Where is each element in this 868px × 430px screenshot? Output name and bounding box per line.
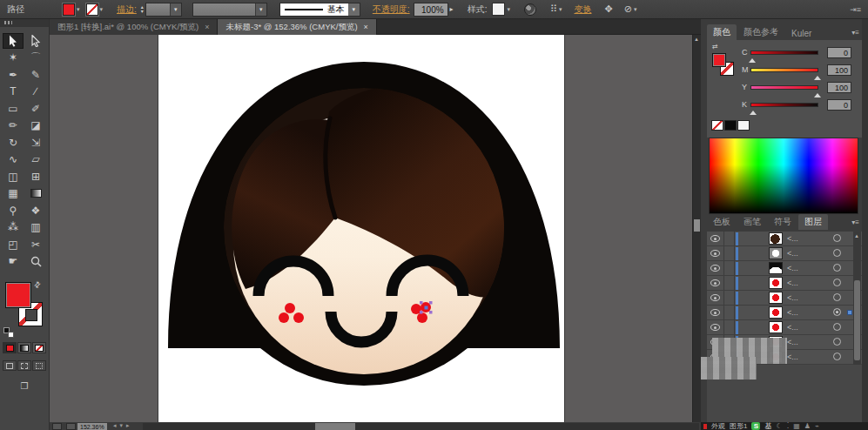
pen-tool[interactable]: ✒ — [3, 67, 24, 83]
ime-wrench-icon[interactable]: ⌁ — [815, 422, 819, 430]
swap-fill-stroke-icon[interactable]: ⇄ — [32, 279, 43, 290]
artboard-tool[interactable]: ◰ — [3, 237, 24, 252]
style-swatch[interactable] — [492, 3, 505, 16]
none-swatch[interactable] — [711, 120, 723, 131]
artboard[interactable] — [158, 35, 564, 422]
blend-tool[interactable]: ❖ — [25, 203, 46, 218]
draw-inside-button[interactable] — [32, 360, 46, 371]
layer-row[interactable]: <... — [707, 320, 862, 335]
layer-row[interactable]: <... — [707, 232, 862, 246]
magenta-slider[interactable] — [750, 68, 818, 72]
horizontal-scrollbar[interactable] — [143, 423, 699, 430]
lock-toggle[interactable] — [725, 320, 735, 334]
magenta-value-field[interactable]: 100 — [827, 64, 851, 76]
layer-thumbnail[interactable] — [769, 247, 783, 259]
shape-builder-tool[interactable]: ◫ — [3, 169, 24, 185]
ime-mode-label[interactable]: 基 — [764, 422, 771, 430]
fill-proxy[interactable] — [712, 53, 726, 67]
fill-box[interactable] — [5, 282, 31, 308]
hand-tool[interactable]: ☛ — [3, 253, 24, 269]
swap-fill-stroke-icon[interactable]: ⇄ — [712, 43, 718, 50]
tab-color-guide[interactable]: 颜色参考 — [737, 24, 784, 40]
panel-menu-icon[interactable]: ▾≡ — [851, 218, 859, 226]
layer-label[interactable]: <... — [787, 308, 798, 317]
lasso-tool[interactable]: ⌒ — [25, 50, 46, 65]
select-similar-icon[interactable]: ⠿ — [550, 3, 557, 15]
tab-symbols[interactable]: 符号 — [768, 214, 797, 230]
visibility-toggle[interactable] — [707, 246, 724, 260]
ime-dots-icon[interactable]: ⁚ — [787, 422, 790, 430]
graph-tool[interactable]: ▥ — [25, 219, 46, 235]
ime-person-icon[interactable]: ♟ — [804, 422, 811, 430]
paintbrush-tool[interactable]: ✐ — [25, 101, 46, 117]
transform-link[interactable]: 变换 — [575, 3, 592, 16]
layers-scrollbar[interactable]: ▲ — [853, 232, 861, 365]
perspective-grid-tool[interactable]: ⊞ — [25, 169, 46, 185]
black-swatch[interactable] — [724, 120, 737, 131]
layer-thumbnail[interactable] — [769, 292, 783, 304]
ime-moon-icon[interactable]: ☾ — [776, 422, 782, 430]
spinner-right-icon[interactable]: ▸ — [450, 5, 454, 13]
close-icon[interactable]: × — [364, 23, 368, 31]
layer-label[interactable]: <... — [787, 279, 798, 287]
slider-thumb-icon[interactable] — [750, 107, 757, 115]
pencil-tool[interactable]: ✏ — [3, 118, 24, 133]
target-icon[interactable] — [833, 293, 841, 301]
ime-icon[interactable]: S — [751, 422, 760, 430]
target-icon[interactable] — [833, 338, 841, 346]
target-icon[interactable] — [833, 234, 841, 242]
tab-brushes[interactable]: 画笔 — [737, 214, 767, 230]
status-icon[interactable] — [52, 423, 62, 430]
arrange-icon[interactable]: ⊘ — [624, 3, 632, 15]
chevron-down-icon[interactable]: ▾ — [634, 6, 637, 13]
chevron-down-icon[interactable]: ▾ — [348, 3, 360, 16]
width-tool[interactable]: ∿ — [3, 151, 24, 167]
tools-panel-header[interactable] — [0, 19, 49, 27]
default-fill-stroke-icon[interactable] — [3, 327, 14, 338]
layer-row[interactable]: <... — [707, 276, 862, 291]
brush-definition-select[interactable]: 基本 ▾ — [279, 3, 360, 17]
taskbar-app-icon[interactable] — [703, 424, 707, 429]
status-icon[interactable] — [66, 423, 76, 430]
visibility-toggle[interactable] — [707, 232, 724, 245]
visibility-toggle[interactable] — [707, 320, 724, 334]
visibility-toggle[interactable] — [707, 306, 724, 319]
layer-label[interactable]: <... — [787, 234, 798, 243]
lock-toggle[interactable] — [725, 232, 735, 245]
mesh-tool[interactable]: ▦ — [3, 185, 24, 201]
rectangle-tool[interactable]: ▭ — [3, 101, 24, 117]
slice-tool[interactable]: ✂ — [25, 237, 46, 252]
gradient-tool[interactable] — [25, 185, 46, 201]
stepper-down-icon[interactable]: ▾ — [141, 10, 144, 14]
chevron-down-icon[interactable]: ▾ — [255, 3, 266, 16]
scroll-up-icon[interactable]: ▲ — [854, 233, 859, 239]
canvas-area[interactable]: ▲ — [50, 35, 701, 422]
visibility-toggle[interactable] — [707, 261, 724, 275]
eyedropper-tool[interactable]: ⚲ — [3, 203, 24, 218]
black-slider[interactable] — [750, 103, 818, 107]
taskbar-item[interactable]: 外观 — [711, 422, 725, 430]
free-transform-tool[interactable]: ▱ — [25, 151, 46, 167]
width-profile-select[interactable]: ▾ — [192, 3, 267, 17]
lock-toggle[interactable] — [725, 276, 735, 290]
stroke-weight-select[interactable]: ▾ — [145, 3, 182, 17]
none-button[interactable] — [32, 342, 46, 353]
target-icon[interactable] — [833, 353, 841, 360]
recolor-artwork-icon[interactable] — [524, 3, 536, 16]
direct-selection-tool[interactable] — [25, 33, 46, 49]
color-button[interactable] — [3, 342, 17, 353]
scale-tool[interactable]: ⇲ — [25, 135, 46, 151]
tab-layers[interactable]: 图层 — [798, 214, 828, 230]
document-tab-2[interactable]: 未标题-3* @ 152.36% (CMYK/预览) × — [218, 19, 376, 35]
magic-wand-tool[interactable]: ✶ — [3, 50, 24, 65]
lock-toggle[interactable] — [725, 246, 735, 260]
selection-tool[interactable] — [3, 33, 24, 49]
slider-thumb-icon[interactable] — [814, 90, 821, 97]
ime-keyboard-icon[interactable]: ▦ — [793, 422, 800, 430]
cyan-value-field[interactable]: 0 — [827, 47, 851, 58]
slider-thumb-icon[interactable] — [814, 72, 821, 80]
target-icon-selected[interactable] — [833, 308, 841, 316]
tab-kuler[interactable]: Kuler — [785, 27, 818, 40]
rotate-tool[interactable]: ↻ — [3, 135, 24, 151]
blush-dot[interactable] — [279, 312, 289, 323]
